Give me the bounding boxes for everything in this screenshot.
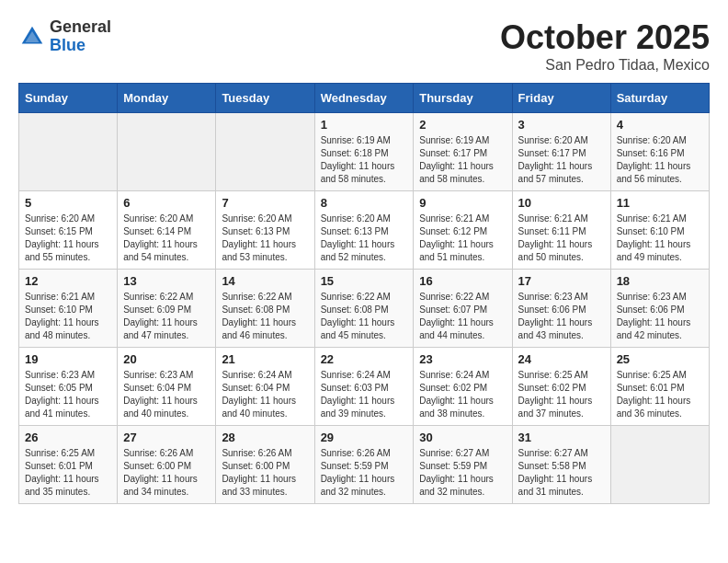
day-number: 4 — [617, 118, 703, 132]
day-number: 15 — [321, 274, 408, 288]
logo: General Blue — [18, 18, 111, 55]
cell-info: Sunrise: 6:22 AM Sunset: 6:09 PM Dayligh… — [123, 291, 210, 342]
cell-info: Sunrise: 6:27 AM Sunset: 5:59 PM Dayligh… — [419, 447, 506, 499]
day-number: 23 — [419, 352, 506, 366]
day-number: 21 — [222, 352, 308, 366]
cell-info: Sunrise: 6:21 AM Sunset: 6:11 PM Dayligh… — [518, 213, 605, 264]
calendar-week-row: 1Sunrise: 6:19 AM Sunset: 6:18 PM Daylig… — [19, 113, 710, 191]
cell-info: Sunrise: 6:23 AM Sunset: 6:06 PM Dayligh… — [617, 291, 703, 342]
page-header: General Blue October 2025 San Pedro Tida… — [18, 18, 710, 74]
day-number: 29 — [321, 431, 408, 444]
calendar-cell: 25Sunrise: 6:25 AM Sunset: 6:01 PM Dayli… — [610, 348, 709, 426]
cell-info: Sunrise: 6:26 AM Sunset: 6:00 PM Dayligh… — [222, 447, 308, 499]
day-number: 16 — [419, 274, 506, 288]
calendar-cell: 19Sunrise: 6:23 AM Sunset: 6:05 PM Dayli… — [19, 348, 118, 426]
day-number: 17 — [518, 274, 605, 288]
day-of-week-header: Wednesday — [314, 84, 414, 113]
calendar-cell: 30Sunrise: 6:27 AM Sunset: 5:59 PM Dayli… — [414, 426, 512, 504]
calendar-cell: 12Sunrise: 6:21 AM Sunset: 6:10 PM Dayli… — [19, 270, 118, 348]
calendar-week-row: 12Sunrise: 6:21 AM Sunset: 6:10 PM Dayli… — [19, 270, 710, 348]
calendar-cell: 28Sunrise: 6:26 AM Sunset: 6:00 PM Dayli… — [216, 426, 314, 504]
day-number: 27 — [123, 431, 210, 444]
day-number: 3 — [518, 118, 605, 132]
day-number: 5 — [25, 196, 111, 210]
cell-info: Sunrise: 6:23 AM Sunset: 6:04 PM Dayligh… — [123, 369, 210, 420]
calendar-cell — [216, 113, 314, 191]
calendar-cell: 11Sunrise: 6:21 AM Sunset: 6:10 PM Dayli… — [610, 191, 709, 270]
day-number: 7 — [222, 196, 308, 210]
calendar-cell — [610, 426, 709, 504]
calendar-cell: 6Sunrise: 6:20 AM Sunset: 6:14 PM Daylig… — [118, 191, 216, 270]
calendar-week-row: 5Sunrise: 6:20 AM Sunset: 6:15 PM Daylig… — [19, 191, 710, 270]
logo-blue: Blue — [50, 37, 111, 55]
day-of-week-header: Friday — [512, 84, 610, 113]
calendar-week-row: 19Sunrise: 6:23 AM Sunset: 6:05 PM Dayli… — [19, 348, 710, 426]
calendar-table: SundayMondayTuesdayWednesdayThursdayFrid… — [18, 83, 710, 504]
day-of-week-header: Sunday — [19, 84, 118, 113]
calendar-cell: 31Sunrise: 6:27 AM Sunset: 5:58 PM Dayli… — [512, 426, 610, 504]
cell-info: Sunrise: 6:22 AM Sunset: 6:08 PM Dayligh… — [222, 291, 308, 342]
day-number: 8 — [321, 196, 408, 210]
calendar-cell: 2Sunrise: 6:19 AM Sunset: 6:17 PM Daylig… — [414, 113, 512, 191]
calendar-cell: 13Sunrise: 6:22 AM Sunset: 6:09 PM Dayli… — [118, 270, 216, 348]
cell-info: Sunrise: 6:26 AM Sunset: 6:00 PM Dayligh… — [123, 447, 210, 499]
cell-info: Sunrise: 6:20 AM Sunset: 6:17 PM Dayligh… — [518, 134, 605, 186]
day-of-week-header: Tuesday — [216, 84, 314, 113]
day-number: 9 — [419, 196, 506, 210]
day-number: 13 — [123, 274, 210, 288]
day-number: 11 — [617, 196, 703, 210]
day-of-week-header: Thursday — [414, 84, 512, 113]
cell-info: Sunrise: 6:20 AM Sunset: 6:16 PM Dayligh… — [617, 134, 703, 186]
cell-info: Sunrise: 6:21 AM Sunset: 6:12 PM Dayligh… — [419, 213, 506, 264]
day-number: 10 — [518, 196, 605, 210]
month-title: October 2025 — [500, 18, 710, 57]
cell-info: Sunrise: 6:23 AM Sunset: 6:06 PM Dayligh… — [518, 291, 605, 342]
cell-info: Sunrise: 6:21 AM Sunset: 6:10 PM Dayligh… — [617, 213, 703, 264]
calendar-cell: 4Sunrise: 6:20 AM Sunset: 6:16 PM Daylig… — [610, 113, 709, 191]
cell-info: Sunrise: 6:22 AM Sunset: 6:08 PM Dayligh… — [321, 291, 408, 342]
cell-info: Sunrise: 6:20 AM Sunset: 6:15 PM Dayligh… — [25, 213, 111, 264]
calendar-cell: 8Sunrise: 6:20 AM Sunset: 6:13 PM Daylig… — [314, 191, 414, 270]
calendar-cell — [118, 113, 216, 191]
day-number: 22 — [321, 352, 408, 366]
day-of-week-header: Saturday — [610, 84, 709, 113]
calendar-cell: 14Sunrise: 6:22 AM Sunset: 6:08 PM Dayli… — [216, 270, 314, 348]
calendar-cell: 16Sunrise: 6:22 AM Sunset: 6:07 PM Dayli… — [414, 270, 512, 348]
cell-info: Sunrise: 6:22 AM Sunset: 6:07 PM Dayligh… — [419, 291, 506, 342]
calendar-cell: 20Sunrise: 6:23 AM Sunset: 6:04 PM Dayli… — [118, 348, 216, 426]
calendar-cell: 7Sunrise: 6:20 AM Sunset: 6:13 PM Daylig… — [216, 191, 314, 270]
day-number: 19 — [25, 352, 111, 366]
cell-info: Sunrise: 6:25 AM Sunset: 6:02 PM Dayligh… — [518, 369, 605, 420]
calendar-cell: 3Sunrise: 6:20 AM Sunset: 6:17 PM Daylig… — [512, 113, 610, 191]
logo-text: General Blue — [50, 18, 111, 55]
calendar-cell: 15Sunrise: 6:22 AM Sunset: 6:08 PM Dayli… — [314, 270, 414, 348]
location: San Pedro Tidaa, Mexico — [500, 57, 710, 74]
day-number: 18 — [617, 274, 703, 288]
calendar-cell: 18Sunrise: 6:23 AM Sunset: 6:06 PM Dayli… — [610, 270, 709, 348]
cell-info: Sunrise: 6:23 AM Sunset: 6:05 PM Dayligh… — [25, 369, 111, 420]
calendar-header-row: SundayMondayTuesdayWednesdayThursdayFrid… — [19, 84, 710, 113]
calendar-cell: 24Sunrise: 6:25 AM Sunset: 6:02 PM Dayli… — [512, 348, 610, 426]
cell-info: Sunrise: 6:19 AM Sunset: 6:17 PM Dayligh… — [419, 134, 506, 186]
day-number: 26 — [25, 431, 111, 444]
calendar-cell: 26Sunrise: 6:25 AM Sunset: 6:01 PM Dayli… — [19, 426, 118, 504]
calendar-cell: 1Sunrise: 6:19 AM Sunset: 6:18 PM Daylig… — [314, 113, 414, 191]
day-number: 30 — [419, 431, 506, 444]
calendar-cell: 17Sunrise: 6:23 AM Sunset: 6:06 PM Dayli… — [512, 270, 610, 348]
cell-info: Sunrise: 6:24 AM Sunset: 6:04 PM Dayligh… — [222, 369, 308, 420]
calendar-cell: 5Sunrise: 6:20 AM Sunset: 6:15 PM Daylig… — [19, 191, 118, 270]
day-number: 31 — [518, 431, 605, 444]
day-number: 20 — [123, 352, 210, 366]
logo-icon — [18, 23, 46, 51]
cell-info: Sunrise: 6:27 AM Sunset: 5:58 PM Dayligh… — [518, 447, 605, 499]
cell-info: Sunrise: 6:25 AM Sunset: 6:01 PM Dayligh… — [617, 369, 703, 420]
cell-info: Sunrise: 6:26 AM Sunset: 5:59 PM Dayligh… — [321, 447, 408, 499]
calendar-cell — [19, 113, 118, 191]
day-number: 2 — [419, 118, 506, 132]
day-number: 24 — [518, 352, 605, 366]
cell-info: Sunrise: 6:24 AM Sunset: 6:02 PM Dayligh… — [419, 369, 506, 420]
title-block: October 2025 San Pedro Tidaa, Mexico — [500, 18, 710, 74]
calendar-week-row: 26Sunrise: 6:25 AM Sunset: 6:01 PM Dayli… — [19, 426, 710, 504]
day-number: 6 — [123, 196, 210, 210]
logo-general: General — [50, 18, 111, 37]
